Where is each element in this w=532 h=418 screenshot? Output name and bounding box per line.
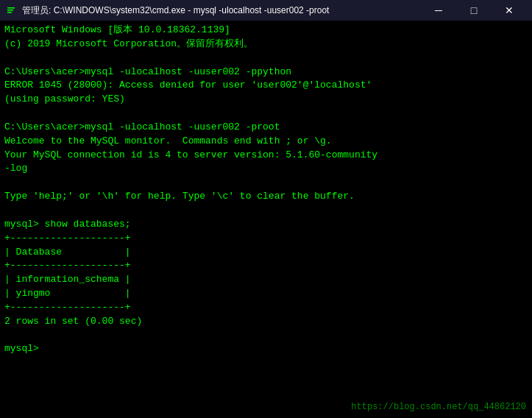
svg-rect-3 xyxy=(7,12,12,13)
terminal-output: Microsoft Windows [版本 10.0.18362.1139] (… xyxy=(4,24,528,356)
maximize-button[interactable]: □ xyxy=(457,0,491,21)
watermark: https://blog.csdn.net/qq_44862120 xyxy=(351,402,526,412)
close-button[interactable]: ✕ xyxy=(492,0,526,21)
window: 管理员: C:\WINDOWS\system32\cmd.exe - mysql… xyxy=(0,0,532,418)
title-bar: 管理员: C:\WINDOWS\system32\cmd.exe - mysql… xyxy=(0,0,532,21)
svg-rect-1 xyxy=(7,7,15,9)
terminal[interactable]: Microsoft Windows [版本 10.0.18362.1139] (… xyxy=(0,21,532,418)
title-bar-controls: ─ □ ✕ xyxy=(422,0,526,21)
cmd-icon xyxy=(6,4,18,16)
title-text: 管理员: C:\WINDOWS\system32\cmd.exe - mysql… xyxy=(22,4,329,17)
title-bar-left: 管理员: C:\WINDOWS\system32\cmd.exe - mysql… xyxy=(6,4,329,17)
svg-rect-2 xyxy=(7,10,13,11)
minimize-button[interactable]: ─ xyxy=(422,0,455,21)
